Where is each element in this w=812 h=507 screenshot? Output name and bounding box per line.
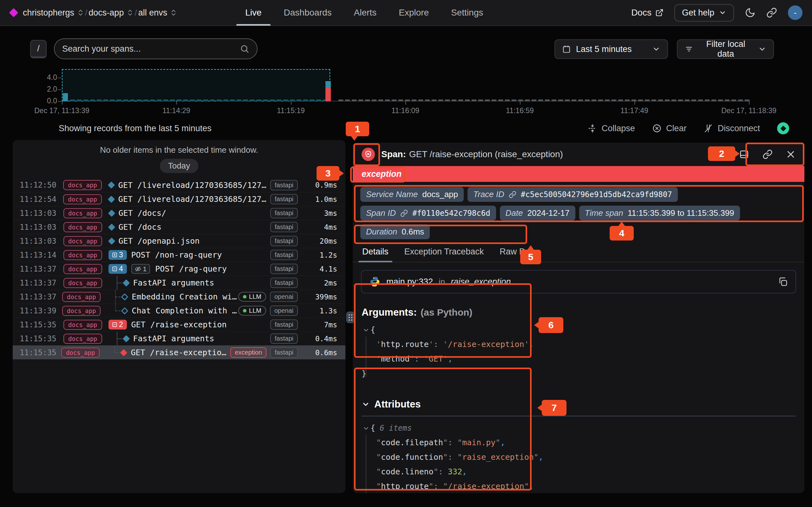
nav-tab-live[interactable]: Live [243, 0, 263, 26]
chart-bar [525, 100, 530, 101]
service-tag: fastapi [270, 347, 298, 358]
code-token: : [434, 340, 443, 349]
x-axis-label: 11:17:49 [620, 107, 648, 115]
disconnect-button[interactable]: Disconnect [704, 124, 760, 133]
panel-resize-handle[interactable] [346, 312, 355, 323]
detail-tab-raw-data[interactable]: Raw Data [499, 245, 538, 262]
filter-dropdown[interactable]: Filter local data [677, 39, 774, 59]
eye-off-icon [135, 266, 141, 272]
chart-bar [418, 100, 423, 101]
app-tag: docs_app [63, 236, 102, 246]
row-timestamp: 11:13:14 [13, 250, 63, 260]
code-line: 'http.route': '/raise-exception', [362, 337, 796, 352]
service-tag: fastapi [270, 180, 298, 190]
code-token: " [443, 452, 448, 462]
span-kind-diamond-icon [108, 223, 115, 231]
span-list-row[interactable]: 11:13:37docs_appFastAPI argumentsfastapi… [13, 276, 345, 290]
collapse-caret-icon[interactable] [362, 327, 370, 334]
code-token: , [529, 340, 534, 349]
copy-link-icon[interactable] [763, 149, 773, 159]
chart-bar [705, 100, 710, 101]
children-count-badge[interactable]: 2 [108, 320, 127, 330]
span-list-row[interactable]: 11:13:03docs_appGET /openapi.jsonfastapi… [13, 234, 345, 248]
nav-right: Docs Get help - [631, 4, 803, 21]
clear-button[interactable]: Clear [652, 124, 687, 133]
detail-tab-exception-traceback[interactable]: Exception Traceback [404, 245, 485, 262]
x-axis-tick [749, 101, 750, 105]
chart-selection-window[interactable] [62, 69, 330, 101]
breadcrumb-item-docs-app[interactable]: docs-app [89, 8, 133, 18]
chart-bar [316, 100, 321, 101]
dock-panel-icon[interactable] [739, 149, 749, 159]
breadcrumb-item-all-envs[interactable]: all envs [138, 8, 177, 18]
code-token: , [539, 452, 543, 462]
span-name: Chat Completion with '… [132, 306, 238, 315]
x-axis-tick [62, 101, 62, 105]
nav-tab-dashboards[interactable]: Dashboards [282, 0, 334, 26]
collapse-button[interactable]: Collapse [588, 124, 635, 133]
share-link-icon[interactable] [766, 7, 777, 18]
chart-bar [652, 100, 656, 101]
span-name: GET /livereload/1270363685/1270… [118, 194, 270, 204]
row-timestamp: 11:13:39 [13, 306, 62, 315]
code-key: code.function [381, 452, 443, 462]
time-range-dropdown[interactable]: Last 5 minutes [554, 39, 668, 59]
metadata-chip-span-id[interactable]: Span ID#f0110e542c798c6d [360, 206, 496, 221]
metadata-chip-trace-id[interactable]: Trace ID#c5ec5005042796e91d5db42ca9fd980… [467, 187, 678, 202]
nav-tab-explore[interactable]: Explore [397, 0, 431, 26]
x-axis-tick [635, 101, 635, 105]
code-token: ' [443, 340, 448, 349]
chip-label: Date [506, 208, 523, 218]
span-list-row[interactable]: 11:15:35docs_app2GET /raise-exceptionfas… [13, 318, 345, 331]
children-count-badge[interactable]: 3 [108, 250, 127, 260]
code-token: " [443, 438, 448, 447]
span-list-row[interactable]: 11:13:14docs_app3POST /non-rag-queryfast… [13, 248, 345, 262]
get-help-button[interactable]: Get help [674, 4, 734, 21]
span-list-row[interactable]: 11:12:54docs_appGET /livereload/12703636… [13, 192, 345, 206]
expand-icon [112, 252, 117, 258]
span-duration: 20ms [304, 237, 345, 245]
dark-mode-moon-icon[interactable] [745, 7, 756, 18]
collapse-caret-icon[interactable] [362, 425, 370, 432]
span-list-row[interactable]: 11:15:35docs_appFastAPI argumentsfastapi… [13, 331, 345, 345]
copy-icon[interactable] [778, 277, 788, 287]
span-list-row[interactable]: 11:13:37docs_app41POST /rag-queryfastapi… [13, 262, 345, 276]
code-key: method [381, 354, 409, 363]
span-list-row[interactable]: 11:13:03docs_appGET /docs/fastapi3ms [13, 206, 345, 220]
code-token: ' [376, 354, 381, 363]
span-kind-diamond-icon [108, 210, 115, 217]
span-list-row[interactable]: 11:13:39docs_appChat Completion with '…L… [13, 303, 345, 318]
span-list-row[interactable]: 11:15:35docs_appGET /raise-exception …ex… [13, 345, 345, 359]
user-avatar[interactable]: - [788, 5, 803, 20]
breadcrumb-item-christophergs[interactable]: christophergs [23, 8, 84, 18]
x-axis-label: 11:14:29 [162, 107, 190, 115]
filter-label: Filter local data [699, 39, 753, 59]
filter-icon [684, 45, 693, 54]
disconnect-label: Disconnect [717, 124, 760, 133]
chart-bar [718, 100, 723, 101]
today-button[interactable]: Today [160, 159, 198, 173]
nav-tab-settings[interactable]: Settings [449, 0, 485, 26]
children-count-badge[interactable]: 4 [108, 264, 127, 274]
docs-link[interactable]: Docs [631, 8, 664, 18]
y-axis-tick [58, 89, 61, 90]
chevron-down-icon[interactable] [362, 400, 370, 408]
chart-bar [237, 100, 241, 101]
span-duration: 4ms [304, 223, 345, 231]
nav-tab-alerts[interactable]: Alerts [352, 0, 379, 26]
chart-bar [578, 100, 583, 101]
hidden-spans-badge[interactable]: 1 [131, 264, 150, 274]
chart-bar [310, 100, 315, 101]
x-axis-label: 11:16:59 [506, 107, 534, 115]
span-list-row[interactable]: 11:13:37docs_appEmbedding Creation wit…L… [13, 290, 345, 303]
app-tag: docs_app [63, 222, 102, 232]
close-icon[interactable] [786, 150, 796, 159]
chart-bar [197, 100, 201, 101]
span-list-row[interactable]: 11:13:03docs_appGET /docsfastapi4ms [13, 220, 345, 234]
span-name: FastAPI arguments [133, 278, 214, 287]
span-list-row[interactable]: 11:12:50docs_appGET /livereload/12703636… [13, 178, 345, 192]
detail-tab-details[interactable]: Details [362, 245, 389, 262]
chart-bar [392, 100, 397, 101]
search-input[interactable] [62, 44, 240, 54]
chart-bar [605, 100, 610, 101]
